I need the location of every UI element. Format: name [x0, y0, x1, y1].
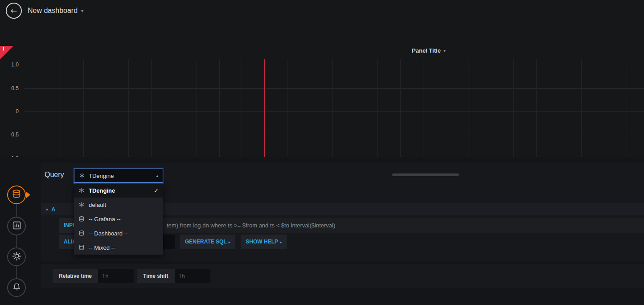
grid-line-x: [536, 59, 537, 158]
grid-line-y: [25, 65, 644, 65]
grid-line-y: [25, 111, 644, 112]
grid-line-x: [197, 59, 197, 158]
grid-line-x: [61, 59, 61, 158]
generate-sql-button[interactable]: GENERATE SQL▸: [180, 235, 235, 249]
panel-title-menu[interactable]: Panel Title ▾: [391, 47, 467, 54]
grid-line-x: [332, 59, 333, 158]
tab-rail-line: [16, 195, 17, 288]
generate-sql-label: GENERATE SQL: [185, 239, 227, 245]
database-icon: [78, 216, 85, 222]
datasource-option-label: -- Mixed --: [89, 244, 115, 251]
panel-error-corner[interactable]: [0, 46, 13, 59]
tdengine-logo-icon: [78, 202, 85, 208]
grid-line-x: [83, 59, 84, 158]
grid-line-x: [38, 59, 38, 158]
grid-line-x: [559, 59, 559, 158]
grid-line-x: [627, 59, 627, 158]
datasource-option-grafana[interactable]: -- Grafana --: [74, 212, 163, 226]
datasource-option-mixed[interactable]: -- Mixed --: [74, 240, 163, 255]
sql-query-text[interactable]: tem) from log.dn where ts >= $from and t…: [167, 218, 335, 233]
grid-line-y: [25, 135, 644, 135]
datasource-option-tdengine[interactable]: TDengine ✓: [74, 183, 163, 198]
active-tab-pointer: [26, 191, 30, 198]
dashboard-title-dropdown[interactable]: New dashboard ▾: [28, 0, 83, 21]
dashboard-title: New dashboard: [28, 7, 78, 15]
graph-panel: ! Panel Title ▾ 1.00.50-0.5-1.012:4012:5…: [0, 21, 644, 157]
error-exclamation-icon: !: [3, 46, 4, 53]
gear-icon: [12, 251, 21, 263]
check-icon: ✓: [154, 187, 159, 194]
grid-line-x: [287, 59, 287, 158]
database-icon: [12, 189, 21, 201]
relative-time-input[interactable]: [98, 269, 134, 283]
datasource-option-label: -- Grafana --: [89, 216, 121, 223]
caret-right-icon: ▸: [280, 240, 282, 244]
relative-time-label: Relative time: [53, 269, 98, 283]
tdengine-logo-icon: [79, 173, 85, 179]
show-help-label: SHOW HELP: [246, 239, 278, 245]
grid-line-x: [377, 59, 378, 158]
arrow-left-icon: ←: [11, 6, 17, 15]
grafana-panel-editor: ← New dashboard ▾ ! Panel Title ▾ 1.00.5…: [0, 0, 644, 305]
grid-line-x: [513, 59, 514, 158]
grid-line-x: [491, 59, 491, 158]
caret-up-icon: ▴: [156, 173, 158, 178]
datasource-option-label: default: [89, 202, 106, 208]
time-marker-line: [264, 59, 265, 158]
grid-line-x: [468, 59, 468, 158]
chart-plot[interactable]: 1.00.50-0.5-1.012:4012:5013:0013:1013:20…: [0, 46, 644, 175]
datasource-selected-value: TDengine: [89, 173, 114, 179]
datasource-select[interactable]: TDengine ▴: [74, 169, 163, 183]
tab-general[interactable]: [7, 247, 26, 266]
grid-line-x: [128, 59, 129, 158]
datasource-option-label: TDengine: [89, 187, 115, 194]
grid-line-x: [174, 59, 174, 158]
query-ref-id: A: [51, 206, 55, 213]
grid-line-x: [219, 59, 220, 158]
y-tick-label: 0: [0, 108, 19, 115]
caret-down-icon: ▾: [443, 48, 446, 53]
grid-line-x: [106, 59, 106, 158]
grid-line-x: [151, 59, 152, 158]
y-tick-label: 0.5: [0, 85, 19, 91]
grid-line-x: [446, 59, 446, 158]
grid-line-y: [25, 88, 644, 89]
grid-line-x: [604, 59, 604, 158]
datasource-option-default[interactable]: default: [74, 198, 163, 212]
datasource-option-label: -- Dashboard --: [89, 230, 128, 237]
database-icon: [78, 244, 85, 251]
bell-icon: [12, 282, 21, 293]
panel-title: Panel Title: [412, 47, 441, 54]
grid-line-x: [310, 59, 310, 158]
grid-line-x: [400, 59, 401, 158]
datasource-option-dashboard[interactable]: -- Dashboard --: [74, 226, 163, 240]
grid-line-x: [242, 59, 242, 158]
y-tick-label: 1.0: [0, 62, 19, 68]
datasource-menu: TDengine ✓ default -- Grafana --: [74, 183, 163, 255]
caret-right-icon: ▸: [229, 240, 231, 244]
grid-line-x: [355, 59, 355, 158]
tab-visualization[interactable]: [7, 217, 26, 235]
tab-alert[interactable]: [7, 278, 26, 297]
grid-line-x: [581, 59, 582, 158]
tab-queries[interactable]: [7, 185, 26, 204]
back-button[interactable]: ←: [6, 3, 22, 19]
grid-line-x: [423, 59, 423, 158]
time-shift-input[interactable]: [175, 269, 210, 283]
time-shift-label: Time shift: [137, 269, 174, 283]
tdengine-logo-icon: [78, 187, 85, 194]
y-tick-label: -0.5: [0, 132, 19, 138]
collapse-caret-icon: ▾: [46, 207, 48, 212]
show-help-button[interactable]: SHOW HELP▸: [241, 235, 287, 249]
chart-icon: [12, 221, 21, 232]
query-section-label: Query: [45, 171, 64, 179]
top-bar: ← New dashboard ▾: [0, 0, 644, 21]
horizontal-scrollbar[interactable]: [392, 173, 459, 176]
time-options-row: Relative time Time shift: [41, 264, 644, 288]
caret-down-icon: ▾: [81, 8, 83, 13]
database-icon: [78, 230, 85, 236]
